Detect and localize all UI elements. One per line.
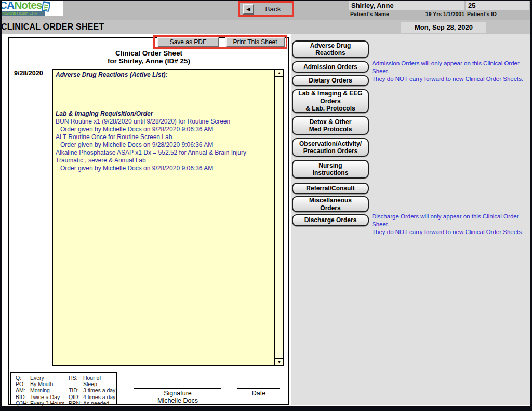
signature-line [134,388,221,389]
legend-entry: PRN:As needed [69,400,116,406]
legend-entry: HS:Hour of Sleep [69,375,116,387]
scroll-down-button[interactable]: ▼ [275,358,283,365]
order-line: ALT Routine Once for Routine Screen Lab [56,133,272,141]
date-line [237,388,280,389]
abbreviation-legend: Q:EveryPO:By MouthAM:MorningBID:Twice a … [10,372,117,405]
left-triangle-icon: ◀ [246,6,250,12]
document-heading-line2: for Shirley, Anne (ID# 25) [8,57,289,65]
order-text-area[interactable]: Adverse Drug Reactions (Active List):Lab… [52,68,284,366]
legend-meaning: Morning [30,387,50,393]
sidebar-button-referral-consult[interactable]: Referral/Consult [292,183,369,194]
sidebar-button-dietary-orders[interactable]: Dietary Orders [292,75,369,86]
legend-entry: QID:4 times a day [69,394,116,400]
legend-abbr: BID: [16,394,30,400]
sidebar-button-observation-activity-precaution[interactable]: Observation/Activity/ Precaution Orders [292,138,369,157]
scroll-down-icon: ▼ [277,360,281,364]
clipboard-icon [42,1,51,12]
logo-text-notes: Notes [14,0,42,11]
order-line: Order given by Michelle Docs on 9/28/202… [56,141,272,149]
order-text-content: Adverse Drug Reactions (Active List):Lab… [53,70,274,365]
scroll-up-button[interactable]: ▲ [275,70,283,77]
sidebar-button-adverse-drug-reactions[interactable]: Adverse Drug Reactions [292,40,369,58]
legend-abbr: QID: [69,394,83,400]
legend-column-1: Q:EveryPO:By MouthAM:MorningBID:Twice a … [16,375,69,404]
document-heading-line1: Clinical Order Sheet [8,49,289,57]
legend-entry: TID:3 times a day [69,387,116,393]
print-this-sheet-button[interactable]: Print This Sheet [225,37,285,47]
logo-text-ica: ICA [0,0,14,11]
legend-abbr: AM: [16,387,30,393]
back-button-highlight: ◀ Back [238,1,294,17]
legend-abbr: PO: [16,381,30,387]
scroll-up-icon: ▲ [277,71,281,75]
order-line: Order given by Michelle Docs on 9/28/202… [56,126,272,133]
sidebar-button-miscellaneous-orders[interactable]: Miscellaneous Orders [292,196,369,212]
legend-meaning: 4 times a day [83,394,115,400]
icanotes-logo: ICANotes Behavioral Health EHR [0,0,63,16]
patient-age-dob: 19 Yrs 1/1/2001 [410,11,464,17]
back-arrow-button[interactable]: ◀ [243,4,254,15]
order-line [56,94,272,102]
save-as-pdf-button[interactable]: Save as PDF [157,37,219,47]
logo-wordmark: ICANotes [0,0,63,10]
back-button[interactable]: Back [254,5,292,13]
signature-label: Signature [134,390,221,397]
order-line: Order given by Michelle Docs on 9/28/202… [56,165,272,172]
patient-name-field[interactable]: Shirley, Anne [349,1,464,10]
patient-id-field[interactable]: 25 [466,1,529,10]
sidebar-button-nursing-instructions[interactable]: Nursing Instructions [292,160,369,179]
order-line: BUN Routine x1 (9/28/2020 until 9/28/202… [56,118,272,126]
order-line [56,87,272,94]
patient-id-label: Patient's ID [467,11,497,17]
sidebar-button-discharge-orders[interactable]: Discharge Orders [292,214,369,226]
order-line: Alkaline Phosphatase ASAP x1 Dx = 552.52… [56,149,272,165]
signer-name: Michelle Docs [129,397,227,404]
sidebar-button-admission-orders[interactable]: Admission Orders [292,61,369,73]
legend-meaning: Hour of Sleep [83,375,116,387]
legend-entry: BID:Twice a Day [16,394,69,400]
frame-bottom [0,406,532,411]
legend-meaning: By Mouth [30,381,53,387]
export-toolbar-highlight: Save as PDF Print This Sheet [153,35,287,49]
admission-orders-note: Admission Orders will only appear on thi… [372,60,532,83]
legend-entry: Q:Every [16,375,69,381]
legend-entry: PO:By Mouth [16,381,69,387]
app-window: ICANotes Behavioral Health EHR ◀ Back Sh… [0,0,532,411]
legend-meaning: 3 times a day [83,387,115,393]
legend-abbr: Q3H: [16,400,30,406]
date-label: Date [237,390,280,397]
legend-meaning: Twice a Day [30,394,60,400]
patient-name-label: Patient's Name [350,11,389,17]
legend-abbr: PRN: [69,400,83,406]
order-entry-date: 9/28/2020 [14,70,43,77]
legend-meaning: As needed [83,400,109,406]
sidebar-button-lab-imaging-eeg-orders[interactable]: Lab & Imaging & EEG Orders & Lab. Protoc… [292,89,369,113]
order-line [56,102,272,110]
legend-entry: AM:Morning [16,387,69,393]
legend-abbr: TID: [69,387,83,393]
order-line: Adverse Drug Reactions (Active List): [56,71,272,79]
order-line: Lab & Imaging Requisition/Order [56,110,272,118]
legend-meaning: Every [30,375,44,381]
sidebar-button-detox-med-protocols[interactable]: Detox & Other Med Protocols [292,116,369,135]
legend-abbr: HS: [69,375,83,387]
order-line [56,79,272,87]
discharge-orders-note: Discharge Orders will only appear on thi… [372,213,532,236]
current-date: Mon, Sep 28, 2020 [401,22,486,33]
order-scrollbar[interactable]: ▲ ▼ [274,70,283,365]
logo-tagline: Behavioral Health EHR [0,11,45,16]
legend-abbr: Q: [16,375,30,381]
legend-entry: Q3H:Every 3 Hours [16,400,69,406]
legend-meaning: Every 3 Hours [30,400,65,406]
page-title: CLINICAL ORDER SHEET [1,22,104,32]
legend-column-2: HS:Hour of SleepTID:3 times a dayQID:4 t… [69,375,116,404]
